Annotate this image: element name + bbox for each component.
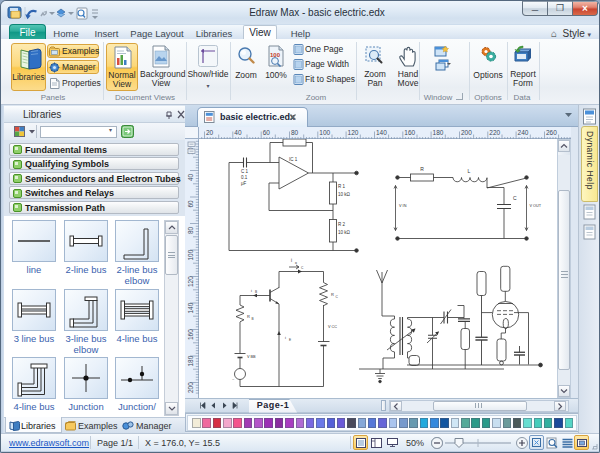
svg-text:160: 160 xyxy=(404,129,415,136)
svg-text:120: 120 xyxy=(187,276,194,287)
svg-text:R 1: R 1 xyxy=(338,184,346,189)
svg-text:100: 100 xyxy=(319,129,330,136)
svg-text:B: B xyxy=(252,317,254,321)
svg-text:10 kΩ: 10 kΩ xyxy=(338,230,351,235)
svg-text:i: i xyxy=(251,288,252,293)
svg-text:200: 200 xyxy=(461,129,472,136)
svg-text:R: R xyxy=(420,166,424,172)
svg-text:R: R xyxy=(331,292,334,297)
svg-text:IC 1: IC 1 xyxy=(289,157,298,162)
svg-text:C: C xyxy=(513,195,517,201)
svg-text:240: 240 xyxy=(518,129,529,136)
svg-text:~: ~ xyxy=(232,377,235,382)
svg-text:180: 180 xyxy=(187,355,194,366)
svg-text:140: 140 xyxy=(187,302,194,313)
svg-text:i: i xyxy=(285,335,286,340)
svg-text:40: 40 xyxy=(234,129,242,136)
svg-text:0.1: 0.1 xyxy=(241,175,248,180)
svg-text:160: 160 xyxy=(187,329,194,340)
svg-text:220: 220 xyxy=(489,129,500,136)
svg-text:V IN: V IN xyxy=(399,204,407,208)
svg-text:180: 180 xyxy=(433,129,444,136)
svg-text:60: 60 xyxy=(263,129,271,136)
svg-text:V BB: V BB xyxy=(247,355,256,359)
svg-text:R: R xyxy=(247,314,250,319)
svg-text:B: B xyxy=(255,290,257,294)
svg-text:C 1: C 1 xyxy=(241,169,249,174)
svg-text:V OUT: V OUT xyxy=(530,204,542,208)
svg-text:E: E xyxy=(289,338,291,342)
svg-text:V CC: V CC xyxy=(328,325,337,329)
svg-text:100: 100 xyxy=(187,249,194,260)
svg-text:R 2: R 2 xyxy=(338,222,346,227)
svg-text:260: 260 xyxy=(546,129,557,136)
svg-text:120: 120 xyxy=(348,129,359,136)
svg-text:80: 80 xyxy=(291,129,299,136)
svg-text:C: C xyxy=(301,266,304,270)
svg-text:i: i xyxy=(297,264,298,269)
svg-text:60: 60 xyxy=(187,200,194,208)
svg-text:200: 200 xyxy=(187,382,194,393)
svg-text:140: 140 xyxy=(376,129,387,136)
svg-text:20: 20 xyxy=(206,129,214,136)
svg-text:C: C xyxy=(336,295,339,299)
svg-text:10 kΩ: 10 kΩ xyxy=(338,192,351,197)
svg-text:i: i xyxy=(291,258,292,263)
svg-text:L: L xyxy=(468,168,471,174)
svg-text:40: 40 xyxy=(187,173,194,181)
svg-text:80: 80 xyxy=(187,226,194,234)
svg-text:100: 100 xyxy=(270,52,281,58)
svg-text:μF: μF xyxy=(241,181,247,186)
